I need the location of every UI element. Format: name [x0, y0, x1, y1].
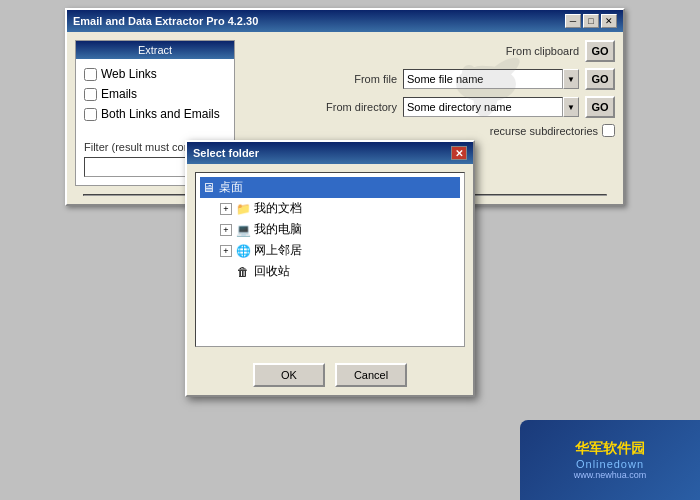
desktop-icon: 🖥	[200, 180, 216, 196]
both-option[interactable]: Both Links and Emails	[84, 107, 226, 121]
ok-button[interactable]: OK	[253, 363, 325, 387]
watermark-line3: www.newhua.com	[574, 470, 647, 480]
tree-item-trash[interactable]: 🗑 回收站	[220, 261, 460, 282]
extract-header: Extract	[76, 41, 234, 59]
computer-icon: 💻	[235, 222, 251, 238]
tree-label-desktop: 桌面	[219, 179, 243, 196]
dialog-title-text: Select folder	[193, 147, 259, 159]
watermark: 华军软件园 Onlinedown www.newhua.com	[520, 420, 700, 500]
go-directory-button[interactable]: GO	[585, 96, 615, 118]
svg-point-3	[462, 65, 476, 79]
from-directory-row: From directory ▼ GO	[243, 96, 615, 118]
title-bar: Email and Data Extractor Pro 4.2.30 ─ □ …	[67, 10, 623, 32]
bird-decoration	[431, 42, 541, 127]
folder-tree[interactable]: 🖥 桌面 + 📁 我的文档 + 💻 我的电脑 + 🌐 网上邻居	[195, 172, 465, 347]
cancel-button[interactable]: Cancel	[335, 363, 407, 387]
tree-item-network[interactable]: + 🌐 网上邻居	[220, 240, 460, 261]
tree-label-computer: 我的电脑	[254, 221, 302, 238]
expand-computer[interactable]: +	[220, 224, 232, 236]
recurse-checkbox[interactable]	[602, 124, 615, 137]
both-label: Both Links and Emails	[101, 107, 220, 121]
emails-option[interactable]: Emails	[84, 87, 226, 101]
tree-item-computer[interactable]: + 💻 我的电脑	[220, 219, 460, 240]
emails-label: Emails	[101, 87, 137, 101]
recurse-row: recurse subdirectories	[243, 124, 615, 137]
from-file-label: From file	[354, 73, 397, 85]
both-checkbox[interactable]	[84, 108, 97, 121]
go-clipboard-button[interactable]: GO	[585, 40, 615, 62]
tree-item-desktop[interactable]: 🖥 桌面	[200, 177, 460, 198]
watermark-line1: 华军软件园	[575, 440, 645, 458]
extract-options: Web Links Emails Both Links and Emails	[76, 59, 234, 135]
expand-documents[interactable]: +	[220, 203, 232, 215]
directory-browse-btn[interactable]: ▼	[563, 97, 579, 117]
dialog-title-bar: Select folder ✕	[187, 142, 473, 164]
tree-label-network: 网上邻居	[254, 242, 302, 259]
trash-icon: 🗑	[235, 264, 251, 280]
web-links-option[interactable]: Web Links	[84, 67, 226, 81]
close-button[interactable]: ✕	[601, 14, 617, 28]
folder-icon-documents: 📁	[235, 201, 251, 217]
from-directory-label: From directory	[326, 101, 397, 113]
web-links-checkbox[interactable]	[84, 68, 97, 81]
dialog-content: 🖥 桌面 + 📁 我的文档 + 💻 我的电脑 + 🌐 网上邻居	[187, 164, 473, 355]
maximize-button[interactable]: □	[583, 14, 599, 28]
tree-children: + 📁 我的文档 + 💻 我的电脑 + 🌐 网上邻居 🗑 回收	[200, 198, 460, 282]
from-file-row: From file ▼ GO	[243, 68, 615, 90]
network-icon: 🌐	[235, 243, 251, 259]
dialog-close-button[interactable]: ✕	[451, 146, 467, 160]
from-clipboard-row: From clipboard GO	[243, 40, 615, 62]
window-title: Email and Data Extractor Pro 4.2.30	[73, 15, 258, 27]
file-browse-btn[interactable]: ▼	[563, 69, 579, 89]
tree-item-documents[interactable]: + 📁 我的文档	[220, 198, 460, 219]
tree-label-documents: 我的文档	[254, 200, 302, 217]
window-controls: ─ □ ✕	[565, 14, 617, 28]
web-links-label: Web Links	[101, 67, 157, 81]
watermark-line2: Onlinedown	[576, 458, 644, 470]
minimize-button[interactable]: ─	[565, 14, 581, 28]
tree-label-trash: 回收站	[254, 263, 290, 280]
expand-network[interactable]: +	[220, 245, 232, 257]
select-folder-dialog: Select folder ✕ 🖥 桌面 + 📁 我的文档 + 💻 我的电脑	[185, 140, 475, 397]
emails-checkbox[interactable]	[84, 88, 97, 101]
dialog-buttons: OK Cancel	[187, 355, 473, 395]
go-file-button[interactable]: GO	[585, 68, 615, 90]
